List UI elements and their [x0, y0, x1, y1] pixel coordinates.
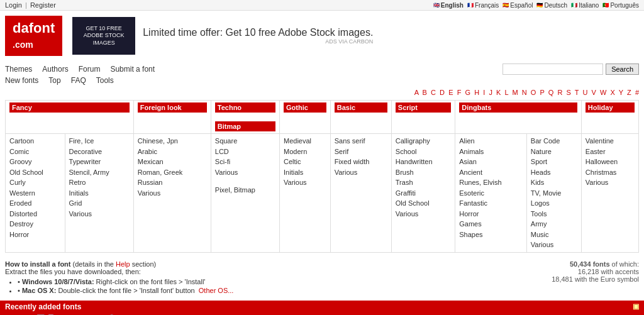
nav-forum[interactable]: Forum — [79, 65, 101, 74]
cat-esoteric[interactable]: Esoteric — [459, 188, 523, 199]
nav-themes[interactable]: Themes — [5, 65, 32, 74]
nav-faq[interactable]: FAQ — [71, 76, 86, 85]
alpha-i[interactable]: I — [483, 89, 485, 96]
cat-distorted[interactable]: Distorted — [9, 209, 61, 219]
alpha-f[interactable]: F — [457, 89, 462, 96]
cat-chinese[interactable]: Chinese, Jpn — [138, 136, 207, 146]
lang-pt[interactable]: 🇵🇹 Português — [602, 2, 639, 9]
cat-groovy[interactable]: Groovy — [9, 157, 61, 167]
cat-mexican[interactable]: Mexican — [138, 157, 207, 167]
alpha-e[interactable]: E — [448, 89, 453, 96]
cat-cartoon[interactable]: Cartoon — [9, 136, 61, 146]
cat-various-techno[interactable]: Various — [215, 167, 275, 178]
alpha-k[interactable]: K — [496, 89, 501, 96]
cat-kids[interactable]: Kids — [531, 177, 577, 188]
alpha-h[interactable]: H — [474, 89, 479, 96]
lang-en[interactable]: 🇬🇧 English — [433, 2, 464, 9]
cat-decorative[interactable]: Decorative — [69, 146, 130, 157]
register-link[interactable]: Register — [30, 1, 56, 9]
cat-various-gothic[interactable]: Various — [284, 177, 326, 188]
nav-new-fonts[interactable]: New fonts — [5, 76, 38, 85]
alpha-z[interactable]: Z — [627, 89, 631, 96]
alpha-b[interactable]: B — [423, 89, 427, 96]
cat-initials-gothic[interactable]: Initials — [284, 167, 326, 178]
cat-runes[interactable]: Runes, Elvish — [459, 177, 523, 188]
cat-barcode[interactable]: Bar Code — [531, 136, 577, 146]
alpha-v[interactable]: V — [592, 89, 596, 96]
alpha-r[interactable]: R — [557, 89, 562, 96]
cat-school[interactable]: School — [396, 146, 451, 157]
search-input[interactable] — [502, 64, 603, 75]
cat-heads[interactable]: Heads — [531, 167, 577, 178]
search-button[interactable]: Search — [606, 64, 639, 75]
cat-ancient[interactable]: Ancient — [459, 167, 523, 178]
cat-modern[interactable]: Modern — [284, 146, 326, 157]
cat-various-script[interactable]: Various — [396, 209, 451, 219]
cat-curly[interactable]: Curly — [9, 177, 61, 188]
cat-old-school-script[interactable]: Old School — [396, 198, 451, 209]
cat-eroded[interactable]: Eroded — [9, 198, 61, 209]
cat-stencil[interactable]: Stencil, Army — [69, 167, 130, 178]
ad-image[interactable]: GET 10 FREEADOBE STOCK IMAGES — [72, 17, 135, 55]
cat-scifi[interactable]: Sci-fi — [215, 157, 275, 167]
cat-sport[interactable]: Sport — [531, 157, 577, 167]
alpha-a[interactable]: A — [414, 89, 419, 96]
alpha-j[interactable]: J — [489, 89, 492, 96]
alpha-u[interactable]: U — [582, 89, 587, 96]
cat-various-foreign[interactable]: Various — [138, 188, 207, 199]
cat-easter[interactable]: Easter — [586, 146, 635, 157]
cat-christmas[interactable]: Christmas — [586, 167, 635, 178]
alpha-m[interactable]: M — [512, 89, 518, 96]
cat-pixel[interactable]: Pixel, Bitmap — [215, 185, 275, 196]
nav-tools[interactable]: Tools — [96, 76, 114, 85]
cat-halloween[interactable]: Halloween — [586, 157, 635, 167]
cat-grid[interactable]: Grid — [69, 198, 130, 209]
cat-fixed-width[interactable]: Fixed width — [335, 157, 387, 167]
login-link[interactable]: Login — [5, 1, 22, 9]
cat-army[interactable]: Army — [531, 219, 577, 229]
cat-valentine[interactable]: Valentine — [586, 136, 635, 146]
cat-typewriter[interactable]: Typewriter — [69, 157, 130, 167]
cat-arabic[interactable]: Arabic — [138, 146, 207, 157]
cat-music[interactable]: Music — [531, 229, 577, 240]
cat-destroy[interactable]: Destroy — [9, 219, 61, 229]
alpha-w[interactable]: W — [600, 89, 606, 96]
lang-it[interactable]: 🇮🇹 Italiano — [571, 2, 599, 9]
alpha-p[interactable]: P — [540, 89, 544, 96]
cat-fantastic[interactable]: Fantastic — [459, 198, 523, 209]
cat-comic[interactable]: Comic — [9, 146, 61, 157]
cat-shapes[interactable]: Shapes — [459, 229, 523, 240]
cat-tvmovie[interactable]: TV, Movie — [531, 188, 577, 199]
cat-various-ding[interactable]: Various — [531, 240, 577, 250]
nav-top[interactable]: Top — [48, 76, 60, 85]
logo[interactable]: dafont .com — [5, 16, 62, 56]
cat-fire-ice[interactable]: Fire, Ice — [69, 136, 130, 146]
cat-various-fancy[interactable]: Various — [69, 209, 130, 219]
cat-square[interactable]: Square — [215, 136, 275, 146]
alpha-n[interactable]: N — [522, 89, 527, 96]
alpha-s[interactable]: S — [567, 89, 571, 96]
rss-icon[interactable]: ▣ — [633, 302, 639, 311]
cat-calligraphy[interactable]: Calligraphy — [396, 136, 451, 146]
cat-initials[interactable]: Initials — [69, 188, 130, 199]
cat-brush[interactable]: Brush — [396, 167, 451, 178]
lang-fr[interactable]: 🇫🇷 Français — [467, 2, 499, 9]
alpha-l[interactable]: L — [505, 89, 509, 96]
alpha-y[interactable]: Y — [619, 89, 623, 96]
cat-russian[interactable]: Russian — [138, 177, 207, 188]
cat-handwritten[interactable]: Handwritten — [396, 157, 451, 167]
cat-oldschool[interactable]: Old School — [9, 167, 61, 178]
cat-games[interactable]: Games — [459, 219, 523, 229]
other-os-link[interactable]: Other OS... — [199, 287, 234, 294]
nav-authors[interactable]: Authors — [42, 65, 68, 74]
cat-lcd[interactable]: LCD — [215, 146, 275, 157]
alpha-o[interactable]: O — [531, 89, 536, 96]
cat-logos[interactable]: Logos — [531, 198, 577, 209]
cat-western[interactable]: Western — [9, 188, 61, 199]
cat-nature[interactable]: Nature — [531, 146, 577, 157]
alpha-t[interactable]: T — [575, 89, 579, 96]
alpha-q[interactable]: Q — [548, 89, 554, 96]
cat-alien[interactable]: Alien — [459, 136, 523, 146]
cat-tools[interactable]: Tools — [531, 209, 577, 219]
help-link[interactable]: Help — [116, 260, 130, 268]
